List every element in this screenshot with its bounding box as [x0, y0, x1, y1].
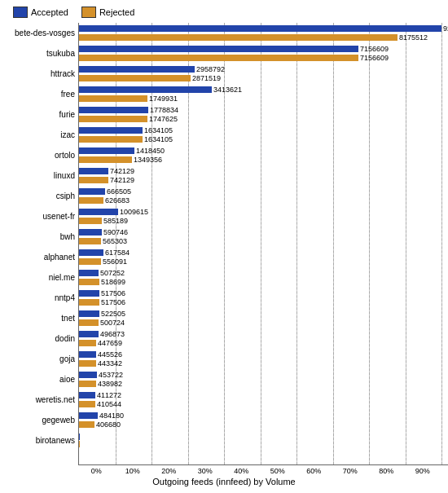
bar-row-accepted: 453722 — [79, 371, 448, 379]
bar-row-rejected: 447659 — [79, 339, 448, 347]
y-label-nntp4: nntp4 — [7, 288, 78, 308]
bar-row-rejected: 410544 — [79, 400, 448, 408]
y-label-birotanews: birotanews — [7, 430, 78, 451]
bar-row-accepted: 3413621 — [79, 86, 448, 94]
bar-label-rejected: 626683 — [105, 196, 130, 205]
bar-label-accepted: 411272 — [97, 391, 121, 399]
x-axis: 0%10%20%30%40%50%60%70%80%90%100% — [78, 465, 448, 475]
chart-container: Accepted Rejected bete-des-vosgestsukuba… — [0, 0, 448, 493]
y-label-linuxd: linuxd — [7, 165, 78, 186]
bar-accepted — [79, 147, 134, 154]
accepted-color-box — [13, 7, 28, 18]
bar-row-rejected: 518699 — [79, 278, 448, 286]
bar-group-aioe: 453722438982 — [79, 369, 448, 390]
y-label-weretis.net: weretis.net — [7, 390, 78, 410]
y-label-usenet-fr: usenet-fr — [7, 206, 78, 227]
bar-row-rejected — [79, 441, 448, 447]
bar-row-rejected: 438982 — [79, 380, 448, 388]
bar-row-accepted: 484180 — [79, 412, 448, 420]
bar-label-rejected: 1634105 — [144, 135, 173, 143]
bar-row-accepted: 517506 — [79, 289, 448, 297]
bar-accepted — [79, 188, 105, 195]
bar-label-accepted: 1009615 — [120, 208, 148, 216]
bar-row-accepted: 1009615 — [79, 208, 448, 216]
bar-row-accepted: 445526 — [79, 350, 448, 359]
bar-row-accepted: 2958792 — [79, 65, 448, 73]
bar-accepted — [79, 209, 118, 215]
bar-label-accepted: 617584 — [105, 249, 130, 257]
bar-group-nntp4: 517506517506 — [79, 288, 448, 308]
bars-and-x: 9296496817551271566097156609295879228715… — [78, 23, 448, 475]
bar-accepted — [79, 249, 103, 256]
y-label-tnet: tnet — [7, 308, 78, 328]
x-title: Outgoing feeds (innfeed) by Volume — [7, 477, 441, 486]
bar-accepted — [79, 434, 80, 440]
bar-label-rejected: 447659 — [98, 339, 122, 347]
bar-row-accepted: 496873 — [79, 330, 448, 338]
y-label-furie: furie — [7, 104, 78, 125]
x-tick: 70% — [332, 467, 369, 475]
y-label-free: free — [7, 84, 78, 104]
y-label-csiph: csiph — [7, 186, 78, 206]
bar-row-rejected: 1749931 — [79, 95, 448, 103]
bar-group-httrack: 29587922871519 — [79, 64, 448, 84]
bar-row-rejected: 2871519 — [79, 74, 448, 82]
bar-row-rejected: 626683 — [79, 196, 448, 205]
bar-row-accepted: 617584 — [79, 249, 448, 257]
bar-label-rejected: 742129 — [110, 176, 134, 184]
bar-label-rejected: 438982 — [98, 380, 122, 388]
bar-rejected — [79, 258, 101, 265]
bar-rejected — [79, 319, 99, 326]
bar-accepted — [79, 46, 358, 52]
bar-group-usenet-fr: 1009615585189 — [79, 206, 448, 227]
legend-accepted: Accepted — [13, 7, 68, 18]
bar-accepted — [79, 66, 195, 73]
bar-label-rejected: 2871519 — [192, 74, 221, 82]
bar-label-accepted: 484180 — [99, 412, 124, 420]
bar-label-rejected: 1747625 — [149, 115, 178, 123]
bar-accepted — [79, 412, 98, 419]
bar-accepted — [79, 107, 148, 113]
bar-row-rejected: 500724 — [79, 319, 448, 327]
y-label-niel.me: niel.me — [7, 267, 78, 288]
bar-accepted — [79, 392, 95, 398]
bar-label-accepted: 517506 — [101, 289, 125, 297]
bar-row-rejected: 1634105 — [79, 135, 448, 143]
legend-rejected: Rejected — [81, 7, 134, 18]
bar-row-accepted: 590746 — [79, 228, 448, 236]
bar-rejected — [79, 441, 80, 447]
bar-group-free: 34136211749931 — [79, 84, 448, 104]
bar-group-bwh: 590746565303 — [79, 227, 448, 247]
bar-label-rejected: 443342 — [98, 359, 122, 368]
bar-row-rejected: 443342 — [79, 359, 448, 368]
y-label-gegeweb: gegeweb — [7, 410, 78, 430]
bar-row-accepted: 507252 — [79, 269, 448, 277]
rejected-label: Rejected — [99, 7, 134, 17]
x-tick: 20% — [151, 467, 187, 475]
bar-accepted — [79, 331, 99, 337]
bar-row-accepted: 7156609 — [79, 45, 448, 53]
bar-group-linuxd: 742129742129 — [79, 165, 448, 186]
bar-accepted — [79, 270, 99, 276]
bar-group-csiph: 666505626683 — [79, 186, 448, 206]
bar-row-rejected: 585189 — [79, 217, 448, 225]
bar-rejected — [79, 136, 143, 143]
bar-label-accepted: 445526 — [98, 350, 122, 359]
legend: Accepted Rejected — [7, 7, 441, 18]
bar-label-rejected: 517506 — [101, 298, 125, 306]
bar-accepted — [79, 351, 96, 358]
bars-section: bete-des-vosgestsukubahttrackfreefurieiz… — [7, 23, 441, 475]
bar-rejected — [79, 55, 358, 61]
bar-rejected — [79, 156, 132, 163]
bar-row-accepted: 1634105 — [79, 126, 448, 134]
rejected-color-box — [81, 7, 96, 18]
y-label-alphanet: alphanet — [7, 247, 78, 267]
bar-group-alphanet: 617584556091 — [79, 247, 448, 267]
bar-group-izac: 16341051634105 — [79, 125, 448, 145]
y-label-bwh: bwh — [7, 227, 78, 247]
bar-rejected — [79, 299, 99, 306]
x-tick: 60% — [296, 467, 332, 475]
bar-label-accepted: 742129 — [110, 167, 134, 175]
bar-row-rejected: 517506 — [79, 298, 448, 306]
bar-group-birotanews — [79, 430, 448, 451]
